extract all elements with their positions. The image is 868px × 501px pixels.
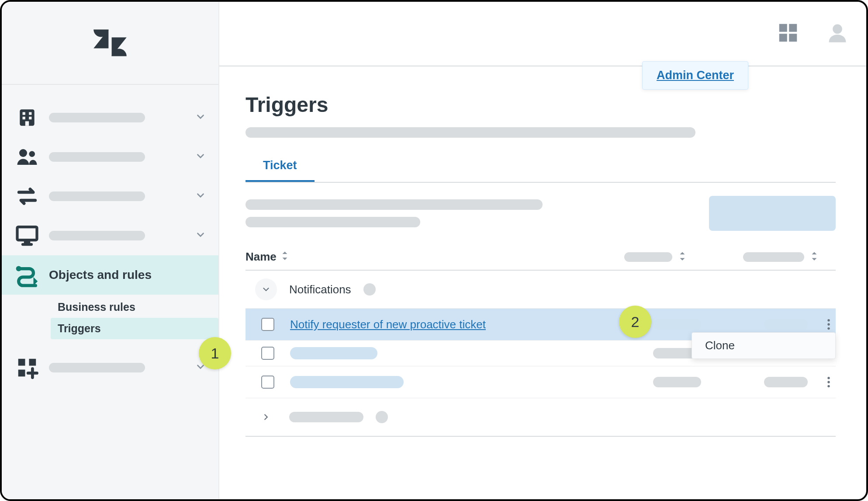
expand-toggle[interactable] — [255, 406, 277, 428]
column-header-name[interactable]: Name — [246, 250, 289, 264]
trigger-name-link[interactable]: Notify requester of new proactive ticket — [290, 318, 486, 331]
chevron-down-icon — [195, 229, 206, 242]
admin-center-link[interactable]: Admin Center — [642, 61, 748, 90]
svg-rect-12 — [18, 359, 25, 366]
svg-rect-4 — [29, 117, 31, 119]
chevron-down-icon — [195, 111, 206, 124]
subnav-business-rules[interactable]: Business rules — [51, 296, 218, 318]
sidebar: Objects and rules Business rules Trigger… — [2, 2, 219, 499]
apps-add-icon — [14, 355, 40, 381]
svg-rect-17 — [779, 34, 787, 42]
trigger-row-highlighted[interactable]: Notify requester of new proactive ticket… — [246, 308, 836, 340]
monitor-icon — [14, 223, 40, 249]
svg-point-24 — [827, 381, 830, 383]
cell-placeholder — [653, 377, 701, 387]
sidebar-label-placeholder — [49, 191, 145, 201]
svg-point-9 — [24, 240, 31, 244]
svg-rect-13 — [29, 359, 36, 366]
column-header-label: Name — [246, 250, 277, 264]
category-row-notifications: Notifications — [246, 271, 836, 308]
sort-icon — [678, 251, 686, 263]
sidebar-label-placeholder — [49, 363, 145, 372]
svg-point-19 — [833, 24, 842, 34]
annotation-badge-1: 1 — [199, 337, 231, 369]
row-actions-menu[interactable] — [822, 315, 836, 334]
category-row-collapsed — [246, 398, 836, 436]
chevron-down-icon — [195, 150, 206, 164]
svg-point-7 — [29, 151, 35, 157]
workflow-icon — [14, 262, 40, 288]
svg-rect-18 — [789, 34, 797, 42]
column-header-placeholder — [624, 252, 672, 262]
count-badge — [363, 283, 376, 296]
annotation-badge-2: 2 — [619, 306, 651, 338]
svg-point-20 — [827, 319, 830, 321]
row-checkbox[interactable] — [261, 376, 274, 389]
sort-icon — [810, 251, 818, 263]
filter-placeholder — [246, 217, 420, 227]
collapse-toggle[interactable] — [255, 278, 277, 300]
svg-point-6 — [19, 149, 27, 157]
svg-rect-5 — [25, 121, 29, 125]
main-content: Admin Center Triggers Ticket — [219, 2, 866, 499]
profile-icon[interactable] — [826, 21, 849, 46]
zendesk-logo-icon — [90, 23, 130, 63]
sidebar-label-placeholder — [49, 152, 145, 162]
clone-menu-item[interactable]: Clone — [692, 332, 836, 359]
subnav-triggers[interactable]: Triggers — [51, 318, 218, 339]
svg-point-25 — [827, 385, 830, 387]
trigger-name-placeholder — [290, 347, 377, 359]
tab-ticket[interactable]: Ticket — [246, 153, 315, 182]
svg-rect-3 — [23, 117, 25, 119]
people-icon — [14, 144, 40, 170]
sidebar-label-placeholder — [49, 231, 145, 240]
building-icon — [14, 104, 40, 131]
column-header-placeholder — [743, 252, 804, 262]
cell-placeholder — [653, 319, 701, 330]
top-header: Admin Center — [219, 2, 866, 66]
sidebar-item-label: Objects and rules — [49, 268, 206, 282]
svg-rect-1 — [23, 112, 25, 115]
page-title: Triggers — [246, 93, 836, 117]
apps-grid-icon[interactable] — [776, 21, 800, 46]
svg-rect-15 — [779, 24, 787, 32]
sidebar-label-placeholder — [49, 113, 145, 122]
page-description-placeholder — [246, 127, 695, 138]
category-label-placeholder — [289, 412, 363, 422]
count-badge — [376, 411, 388, 423]
row-actions-menu[interactable] — [822, 372, 836, 392]
sort-icon — [281, 250, 289, 264]
sidebar-item-channels[interactable] — [2, 177, 218, 216]
arrows-icon — [14, 183, 40, 209]
sidebar-item-objects-rules[interactable]: Objects and rules — [2, 255, 218, 295]
svg-rect-16 — [789, 24, 797, 32]
trigger-row[interactable] — [246, 366, 836, 398]
svg-point-10 — [16, 266, 21, 271]
add-trigger-button[interactable] — [709, 196, 836, 231]
row-checkbox[interactable] — [261, 318, 274, 331]
svg-point-22 — [827, 327, 830, 330]
svg-rect-2 — [29, 112, 31, 115]
row-checkbox[interactable] — [261, 347, 274, 360]
svg-point-21 — [827, 323, 830, 325]
category-label: Notifications — [289, 283, 351, 296]
cell-placeholder — [764, 377, 808, 387]
svg-point-23 — [827, 377, 830, 379]
brand-logo — [2, 2, 218, 85]
trigger-name-placeholder — [290, 376, 404, 388]
svg-rect-14 — [18, 370, 25, 377]
sidebar-item-account[interactable] — [2, 98, 218, 137]
sidebar-item-people[interactable] — [2, 137, 218, 177]
svg-rect-8 — [17, 227, 37, 240]
cell-placeholder — [764, 319, 808, 330]
filter-placeholder — [246, 199, 543, 210]
sidebar-item-apps[interactable] — [2, 348, 218, 387]
chevron-down-icon — [195, 190, 206, 203]
sidebar-item-workspaces[interactable] — [2, 216, 218, 255]
